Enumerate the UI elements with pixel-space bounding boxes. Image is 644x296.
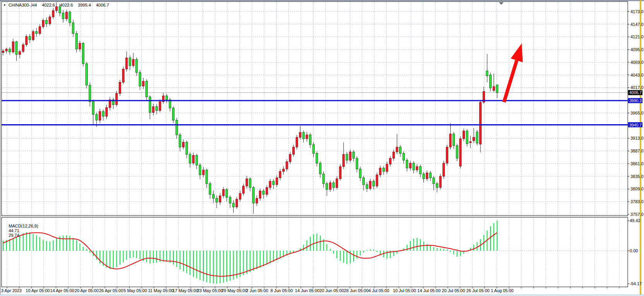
time-tick-label: 14 Apr 05:00 xyxy=(50,288,74,293)
time-tick-label: 8 Jun 05:00 xyxy=(270,288,293,293)
time-tick-label: 3 Apr 2023 xyxy=(1,288,22,293)
price-tick-label: 3887.0 xyxy=(630,149,644,153)
price-tick-label: 3809.0 xyxy=(630,186,644,191)
price-tick-label: 3783.0 xyxy=(630,199,644,204)
time-tick-label: 20 Apr 05:00 xyxy=(75,288,99,293)
price-tick-label: 3835.0 xyxy=(630,174,644,179)
price-tick-label: 4069.0 xyxy=(630,60,644,65)
time-tick-label: 5 May 05:00 xyxy=(124,288,147,293)
macd-tick-label: -54.17 xyxy=(630,281,642,286)
chart-canvas[interactable]: 4173.04147.04121.04095.04069.04043.04017… xyxy=(0,0,644,296)
ohlc-high: 4022.6 xyxy=(60,3,73,7)
price-tick-label: 4043.0 xyxy=(630,73,644,77)
macd-signal-value: 29.74 xyxy=(9,233,19,238)
time-tick-label: 20 Jul 05:00 xyxy=(442,288,465,293)
ohlc-open: 4022.6 xyxy=(42,3,55,7)
time-tick-label: 29 May 05:00 xyxy=(222,288,248,293)
time-tick-label: 26 Jul 05:00 xyxy=(466,288,490,293)
candlestick-series xyxy=(2,2,498,214)
grid-lines xyxy=(2,2,627,287)
time-axis[interactable]: 3 Apr 202310 Apr 05:0014 Apr 05:0020 Apr… xyxy=(1,287,619,293)
symbol-period-label: CHINA300-,H4 xyxy=(9,3,37,7)
time-tick-label: 14 Jun 05:00 xyxy=(295,288,320,293)
time-tick-label: 4 Jul 05:00 xyxy=(369,288,389,293)
price-tick-label: 4017.0 xyxy=(630,85,644,90)
time-tick-label: 10 Jul 05:00 xyxy=(393,288,416,293)
right-edge-marker[interactable] xyxy=(640,0,641,294)
time-tick-label: 20 Jun 05:00 xyxy=(319,288,344,293)
time-tick-label: 14 Jul 05:00 xyxy=(417,288,441,293)
time-tick-label: 28 Jun 05:00 xyxy=(344,288,369,293)
price-tick-label: 4173.0 xyxy=(630,9,644,14)
price-tick-label: 4121.0 xyxy=(630,34,644,39)
price-tick-label: 4147.0 xyxy=(630,22,644,27)
price-tick-label: 3913.0 xyxy=(630,136,644,140)
trend-arrow[interactable] xyxy=(504,43,523,102)
ohlc-low: 3995.4 xyxy=(78,3,91,7)
chart-title: ▼ CHINA300-,H4 4022.6 4022.6 3995.4 4006… xyxy=(3,3,112,7)
macd-axis[interactable]: 49.420.00-54.17 xyxy=(628,218,642,286)
price-tag-3940.7: 3940.7 xyxy=(628,122,642,127)
price-tick-label: 4095.0 xyxy=(630,47,644,52)
window-bottom-edge xyxy=(0,294,644,296)
macd-value: 44.71 xyxy=(9,228,19,233)
macd-name: MACD(12,26,9) xyxy=(9,224,38,228)
price-tag-4006.7: 4006.7 xyxy=(628,90,642,95)
symbol-dropdown-icon[interactable]: ▼ xyxy=(3,3,6,7)
time-tick-label: 23 May 05:00 xyxy=(197,288,223,293)
svg-text:3990.3: 3990.3 xyxy=(629,98,642,103)
macd-histogram xyxy=(3,221,497,284)
time-tick-label: 2 Jun 05:00 xyxy=(246,288,268,293)
price-tick-label: 3861.0 xyxy=(630,161,644,166)
chart-shift-marker xyxy=(499,2,504,5)
macd-indicator-label: MACD(12,26,9) 44.71 29.74 xyxy=(4,219,41,242)
time-tick-label: 17 May 05:00 xyxy=(173,288,198,293)
svg-text:4006.7: 4006.7 xyxy=(629,90,642,95)
price-tick-label: 3757.0 xyxy=(630,212,644,217)
time-tick-label: 11 May 05:00 xyxy=(148,288,174,293)
macd-tick-label: 0.00 xyxy=(630,248,638,253)
ohlc-close: 4006.7 xyxy=(96,3,109,7)
time-tick-label: 1 Aug 05:00 xyxy=(491,288,514,293)
time-tick-label: 10 Apr 05:00 xyxy=(26,288,50,293)
price-tag-3990.3: 3990.3 xyxy=(628,98,642,103)
price-tick-label: 3965.0 xyxy=(630,111,644,115)
svg-text:3940.7: 3940.7 xyxy=(629,123,642,127)
mt4-chart-window: 4173.04147.04121.04095.04069.04043.04017… xyxy=(0,0,644,296)
time-tick-label: 26 Apr 05:00 xyxy=(99,288,123,293)
macd-tick-label: 49.42 xyxy=(630,218,641,223)
